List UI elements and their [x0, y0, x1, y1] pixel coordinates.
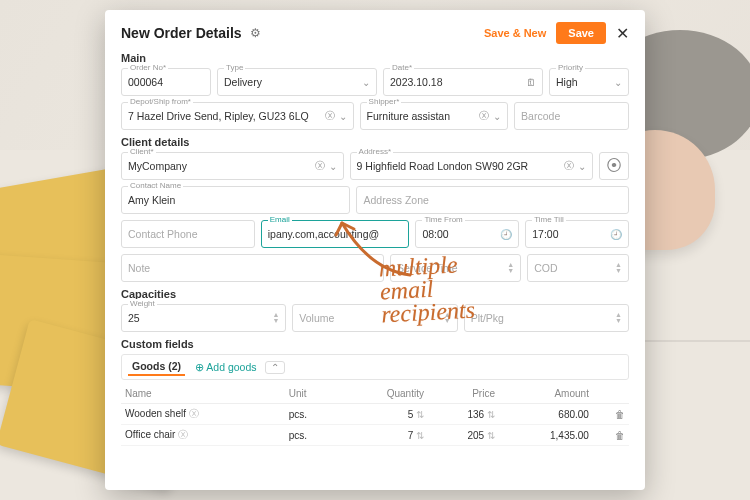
col-price: Price [428, 384, 499, 404]
field-value: Delivery [224, 76, 358, 88]
field-value: 2023.10.18 [390, 76, 522, 88]
clear-icon[interactable]: ⓧ [189, 408, 199, 419]
collapse-icon[interactable]: ⌃ [265, 361, 285, 374]
address-zone-field[interactable]: Address Zone [356, 186, 629, 214]
field-placeholder: Address Zone [363, 194, 622, 206]
cell-unit: pcs. [285, 404, 338, 425]
field-value: ipany.com,accounting@ [268, 228, 403, 240]
cell-qty[interactable]: 7 [408, 430, 414, 441]
trash-icon[interactable]: 🗑 [615, 409, 625, 420]
modal-header: New Order Details ⚙ Save & New Save ✕ [121, 22, 629, 44]
stepper-icon[interactable]: ▲▼ [615, 312, 622, 324]
add-goods-button[interactable]: ⊕ Add goods [195, 361, 257, 373]
stepper-icon[interactable]: ▲▼ [444, 312, 451, 324]
time-from-field[interactable]: Time From 08:00 🕘 [415, 220, 519, 248]
map-pin-button[interactable]: ⦿ [599, 152, 629, 180]
contact-phone-field[interactable]: Contact Phone [121, 220, 255, 248]
field-label: Depot/Ship from* [128, 97, 193, 106]
clear-icon[interactable]: ⓧ [178, 429, 188, 440]
stepper-icon[interactable]: ▲▼ [507, 262, 514, 274]
contact-name-field[interactable]: Contact Name Amy Klein [121, 186, 350, 214]
date-field[interactable]: Date* 2023.10.18 🗓 [383, 68, 543, 96]
field-placeholder: Note [128, 262, 377, 274]
cell-unit: pcs. [285, 425, 338, 446]
clear-icon[interactable]: ⓧ [479, 109, 489, 123]
field-value: Furniture assistan [367, 110, 476, 122]
pin-icon: ⦿ [606, 157, 622, 175]
field-label: Weight [128, 299, 157, 308]
cell-amount: 1,435.00 [499, 425, 593, 446]
cell-name: Wooden shelf [125, 408, 186, 419]
order-modal: New Order Details ⚙ Save & New Save ✕ Ma… [105, 10, 645, 490]
field-label: Address* [357, 147, 393, 156]
cell-price[interactable]: 205 [468, 430, 485, 441]
type-field[interactable]: Type Delivery ⌄ [217, 68, 377, 96]
section-main: Main [121, 52, 629, 64]
service-time-field[interactable]: Service Time ▲▼ [390, 254, 521, 282]
chevron-down-icon: ⌄ [362, 77, 370, 88]
chevron-down-icon: ⌄ [339, 111, 347, 122]
save-and-new-link[interactable]: Save & New [484, 27, 546, 39]
email-field[interactable]: Email ipany.com,accounting@ [261, 220, 410, 248]
cell-price[interactable]: 136 [468, 409, 485, 420]
field-label: Email [268, 215, 292, 224]
goods-table: Name Unit Quantity Price Amount Wooden s… [121, 384, 629, 446]
field-value: High [556, 76, 610, 88]
chevron-down-icon: ⌄ [614, 77, 622, 88]
modal-title: New Order Details [121, 25, 242, 41]
order-no-field[interactable]: Order No* 000064 [121, 68, 211, 96]
cell-name: Office chair [125, 429, 175, 440]
depot-field[interactable]: Depot/Ship from* 7 Hazel Drive Send, Rip… [121, 102, 354, 130]
clock-icon: 🕘 [500, 229, 512, 240]
col-name: Name [121, 384, 285, 404]
clear-icon[interactable]: ⓧ [325, 109, 335, 123]
field-value: 000064 [128, 76, 204, 88]
field-label: Client* [128, 147, 156, 156]
pltpkg-field[interactable]: Plt/Pkg ▲▼ [464, 304, 629, 332]
clear-icon[interactable]: ⓧ [315, 159, 325, 173]
field-label: Priority [556, 63, 585, 72]
goods-bar: Goods (2) ⊕ Add goods ⌃ [121, 354, 629, 380]
field-placeholder: COD [534, 262, 611, 274]
cell-amount: 680.00 [499, 404, 593, 425]
barcode-field[interactable]: Barcode [514, 102, 629, 130]
field-label: Order No* [128, 63, 168, 72]
time-till-field[interactable]: Time Till 17:00 🕘 [525, 220, 629, 248]
address-field[interactable]: Address* 9 Highfield Road London SW90 2G… [350, 152, 593, 180]
goods-tab[interactable]: Goods (2) [128, 358, 185, 376]
field-placeholder: Contact Phone [128, 228, 248, 240]
col-qty: Quantity [337, 384, 428, 404]
table-row: Office chair ⓧ pcs. 7 ⇅ 205 ⇅ 1,435.00 🗑 [121, 425, 629, 446]
chevron-down-icon: ⌄ [329, 161, 337, 172]
col-amount: Amount [499, 384, 593, 404]
priority-field[interactable]: Priority High ⌄ [549, 68, 629, 96]
shipper-field[interactable]: Shipper* Furniture assistan ⓧ ⌄ [360, 102, 509, 130]
trash-icon[interactable]: 🗑 [615, 430, 625, 441]
field-value: 08:00 [422, 228, 496, 240]
field-value: 7 Hazel Drive Send, Ripley, GU23 6LQ [128, 110, 321, 122]
note-field[interactable]: Note [121, 254, 384, 282]
chevron-down-icon: ⌄ [578, 161, 586, 172]
chevron-down-icon: ⌄ [493, 111, 501, 122]
clear-icon[interactable]: ⓧ [564, 159, 574, 173]
field-value: 9 Highfield Road London SW90 2GR [357, 160, 560, 172]
client-field[interactable]: Client* MyCompany ⓧ ⌄ [121, 152, 344, 180]
field-value: 17:00 [532, 228, 606, 240]
save-button[interactable]: Save [556, 22, 606, 44]
stepper-icon[interactable]: ▲▼ [615, 262, 622, 274]
gear-icon[interactable]: ⚙ [250, 26, 261, 40]
close-icon[interactable]: ✕ [616, 24, 629, 43]
field-value: MyCompany [128, 160, 311, 172]
weight-field[interactable]: Weight 25 ▲▼ [121, 304, 286, 332]
field-label: Contact Name [128, 181, 183, 190]
field-placeholder: Volume [299, 312, 439, 324]
stepper-icon[interactable]: ▲▼ [272, 312, 279, 324]
volume-field[interactable]: Volume ▲▼ [292, 304, 457, 332]
field-placeholder: Plt/Pkg [471, 312, 611, 324]
clock-icon: 🕘 [610, 229, 622, 240]
field-label: Date* [390, 63, 414, 72]
field-label: Time From [422, 215, 464, 224]
field-placeholder: Service Time [397, 262, 503, 274]
cell-qty[interactable]: 5 [408, 409, 414, 420]
cod-field[interactable]: COD ▲▼ [527, 254, 629, 282]
